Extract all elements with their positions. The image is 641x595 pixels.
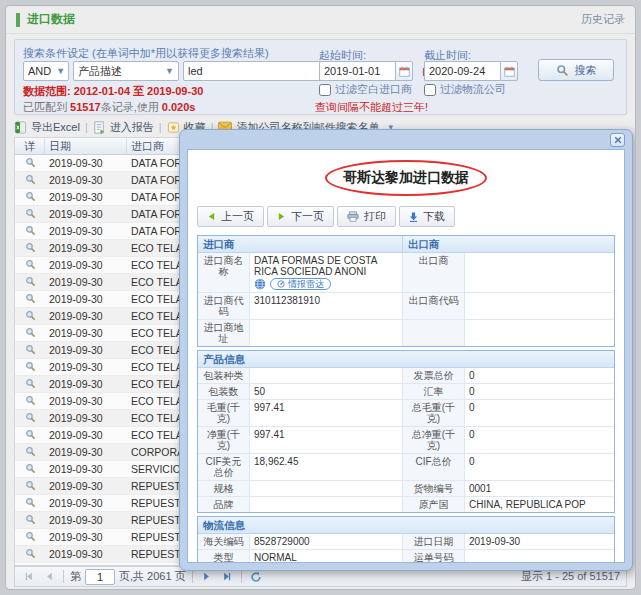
row-date: 2019-09-30 (45, 157, 127, 169)
calendar-icon[interactable] (500, 61, 518, 81)
calendar-icon[interactable] (395, 61, 413, 81)
field-label: 海关编码 (198, 534, 250, 549)
row-detail-cell[interactable] (15, 395, 45, 408)
magnifier-icon (25, 361, 36, 372)
field-label: 包装种类 (198, 368, 250, 383)
row-detail-cell[interactable] (15, 259, 45, 272)
magnifier-icon (25, 565, 36, 566)
row-date: 2019-09-30 (45, 310, 127, 322)
row-detail-cell[interactable] (15, 191, 45, 204)
row-detail-cell[interactable] (15, 412, 45, 425)
row-date: 2019-09-30 (45, 242, 127, 254)
field-value: 50 (250, 384, 403, 399)
magnifier-icon (25, 276, 36, 287)
field-label: CIF总价 (403, 454, 465, 480)
globe-icon[interactable] (254, 278, 266, 290)
row-detail-cell[interactable] (15, 276, 45, 289)
row-date: 2019-09-30 (45, 531, 127, 543)
row-date: 2019-09-30 (45, 412, 127, 424)
importer-exporter-section: 进口商 出口商 进口商名称 DATA FORMAS DE COSTA RICA … (197, 235, 615, 347)
print-button[interactable]: 打印 (337, 206, 396, 227)
prev-record-button[interactable]: 上一页 (197, 206, 264, 227)
field-value: 0 (465, 454, 614, 480)
row-detail-cell[interactable] (15, 531, 45, 544)
row-detail-cell[interactable] (15, 242, 45, 255)
row-detail-cell[interactable] (15, 497, 45, 510)
field-label: 运单号码 (403, 550, 465, 563)
magnifier-icon (25, 157, 36, 168)
magnifier-icon (25, 497, 36, 508)
search-field-select[interactable]: 产品描述 ▼ (73, 61, 179, 81)
filter-logistics-checkbox[interactable]: 过滤物流公司 (424, 82, 506, 97)
row-detail-cell[interactable] (15, 208, 45, 221)
keyword-input[interactable] (183, 61, 335, 81)
download-button[interactable]: 下载 (399, 206, 455, 227)
detail-row: 品牌 原产国 CHINA, REPUBLICA POP (198, 497, 614, 512)
page-title: 进口数据 (27, 11, 75, 28)
row-detail-cell[interactable] (15, 174, 45, 187)
star-icon (167, 121, 180, 134)
row-detail-cell[interactable] (15, 378, 45, 391)
importer-address-label: 进口商地址 (198, 320, 250, 346)
first-page-icon[interactable] (21, 569, 37, 585)
detail-modal-body: 哥斯达黎加进口数据 上一页 下一页 打印 下载 (187, 149, 625, 563)
product-rows: 包装种类 发票总价 0 包装数 50 汇率 0 (198, 368, 614, 512)
row-detail-cell[interactable] (15, 514, 45, 527)
detail-modal: 哥斯达黎加进口数据 上一页 下一页 打印 下载 (179, 129, 633, 571)
data-range-value: 2012-01-04 至 2019-09-30 (74, 85, 204, 97)
search-button-label: 搜索 (575, 63, 597, 78)
field-value: 18,962.45 (250, 454, 403, 480)
prev-page-icon[interactable] (41, 569, 57, 585)
matched-records-line: 已匹配到 51517条记录,使用 0.020s (23, 100, 195, 115)
search-button[interactable]: 搜索 (538, 59, 614, 81)
row-detail-cell[interactable] (15, 310, 45, 323)
header-detail[interactable]: 详细 (15, 138, 45, 154)
boolean-operator-value: AND (28, 65, 51, 77)
row-detail-cell[interactable] (15, 344, 45, 357)
checkbox-icon[interactable] (319, 84, 331, 96)
history-link[interactable]: 历史记录 (581, 12, 625, 27)
row-detail-cell[interactable] (15, 429, 45, 442)
export-excel-button[interactable]: 导出Excel (14, 120, 80, 135)
detail-row: 海关编码 8528729000 进口日期 2019-09-30 (198, 534, 614, 550)
magnifier-icon (25, 208, 36, 219)
enter-report-button[interactable]: 进入报告 (93, 120, 154, 135)
row-detail-cell[interactable] (15, 225, 45, 238)
row-date: 2019-09-30 (45, 344, 127, 356)
row-detail-cell[interactable] (15, 157, 45, 170)
field-value (465, 550, 614, 563)
checkbox-icon[interactable] (424, 84, 436, 96)
filter-blank-importer-checkbox[interactable]: 过滤空白进口商 (319, 82, 412, 97)
row-date: 2019-09-30 (45, 395, 127, 407)
start-date-input[interactable] (319, 61, 395, 81)
search-field-value: 产品描述 (78, 64, 122, 79)
row-detail-cell[interactable] (15, 446, 45, 459)
row-detail-cell[interactable] (15, 565, 45, 566)
row-detail-cell[interactable] (15, 361, 45, 374)
boolean-operator-select[interactable]: AND ▼ (23, 61, 69, 81)
row-detail-cell[interactable] (15, 548, 45, 561)
page-label-prefix: 第 (70, 569, 81, 584)
matched-count: 51517 (70, 101, 101, 113)
row-date: 2019-09-30 (45, 276, 127, 288)
close-icon[interactable] (610, 133, 625, 147)
row-detail-cell[interactable] (15, 293, 45, 306)
field-label: 发票总价 (403, 368, 465, 383)
magnifier-icon (25, 259, 36, 270)
row-detail-cell[interactable] (15, 463, 45, 476)
next-record-button[interactable]: 下一页 (267, 206, 334, 227)
field-value: 997.41 (250, 427, 403, 453)
field-label: 品牌 (198, 497, 250, 512)
row-date: 2019-09-30 (45, 514, 127, 526)
end-date-input[interactable] (424, 61, 500, 81)
row-detail-cell[interactable] (15, 480, 45, 493)
display-range-info: 显示 1 - 25 of 51517 (521, 569, 620, 584)
row-detail-cell[interactable] (15, 327, 45, 340)
magnifier-icon (25, 395, 36, 406)
magnifier-icon (25, 310, 36, 321)
page-number-input[interactable] (85, 569, 115, 585)
intel-radar-badge[interactable]: 情报雷达 (270, 278, 331, 290)
search-icon (556, 64, 569, 77)
magnifier-icon (25, 225, 36, 236)
header-date[interactable]: 日期 (45, 138, 127, 154)
